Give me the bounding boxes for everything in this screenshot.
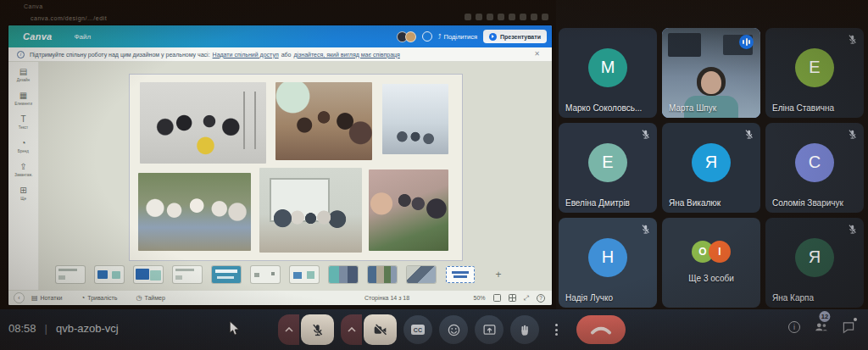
participant-tile[interactable]: ММарко Соколовсь... <box>559 28 657 118</box>
meeting-details-button[interactable]: i <box>787 319 802 335</box>
sidebar-item-brand[interactable]: ◔Бренд <box>8 135 38 157</box>
notes-button[interactable]: ▤Нотатки <box>31 294 62 302</box>
grid-view-icon[interactable] <box>509 294 516 302</box>
banner-text: Підтримуйте спільну роботу над цим дизай… <box>30 52 210 58</box>
participant-tile[interactable]: ЕЕліна Ставична <box>765 28 864 118</box>
participant-name: Соломія Зваричук <box>772 198 859 208</box>
photo-classroom-selfie[interactable] <box>275 82 372 160</box>
more-options-button[interactable] <box>546 315 566 344</box>
help-button[interactable]: ? <box>537 294 545 303</box>
sidebar-item-label: Дизайн <box>17 77 30 81</box>
participants-count-badge: 12 <box>819 311 830 322</box>
mic-muted-icon <box>847 34 858 45</box>
avatar: І <box>709 241 731 263</box>
mic-options-chevron[interactable] <box>278 314 299 345</box>
avatar: С <box>795 143 834 182</box>
canva-app-window: Canva Файл ⤴ Поділитися Презентувати <box>8 25 552 305</box>
present-screen-icon <box>482 323 497 337</box>
slide-thumbnail-3[interactable] <box>134 266 163 283</box>
slide-thumbnail-9[interactable] <box>368 266 397 283</box>
participant-name: Яна Карпа <box>772 293 859 303</box>
present-button[interactable]: Презентувати <box>483 30 547 43</box>
mouse-cursor <box>229 320 240 336</box>
canva-sidebar: ▤Дизайн▦ЕлементиTТекст◔Бренд⇪Завантаж.⊞Щ… <box>8 62 39 305</box>
avatar: Н <box>588 238 627 277</box>
add-page-button[interactable]: + <box>492 268 505 281</box>
sidebar-item-more[interactable]: ⊞Ще <box>8 182 38 204</box>
participant-tile[interactable]: ЯЯна Карпа <box>765 218 864 308</box>
sidebar-item-label: Елементи <box>14 101 32 105</box>
zoom-level[interactable]: 50% <box>474 295 486 301</box>
canva-canvas: + <box>39 62 552 290</box>
banner-close-icon[interactable]: ✕ <box>534 50 540 58</box>
pages-view-icon[interactable] <box>493 294 501 302</box>
canva-pro-icon[interactable] <box>422 31 432 42</box>
slide-thumbnail-2[interactable] <box>95 266 124 283</box>
chat-button[interactable] <box>841 319 856 335</box>
mic-muted-icon <box>847 129 858 140</box>
slide-thumbnail-1[interactable] <box>56 266 85 283</box>
photo-bright-hall[interactable] <box>382 84 448 154</box>
slide-thumbnail-10[interactable] <box>407 266 436 283</box>
more-options-icon <box>555 324 558 336</box>
end-call-button[interactable] <box>576 315 626 344</box>
share-button[interactable]: ⤴ Поділитися <box>438 33 477 41</box>
mic-muted-icon <box>847 224 858 235</box>
uploads-icon: ⇪ <box>19 163 26 171</box>
participant-tile[interactable]: ССоломія Зваричук <box>765 123 864 213</box>
participant-tile[interactable]: ОІЩе 3 особи <box>662 218 760 308</box>
hand-icon <box>519 324 531 336</box>
sidebar-item-label: Бренд <box>18 148 29 153</box>
camera-options-chevron[interactable] <box>341 314 362 345</box>
participant-tile[interactable]: ЕЕвеліна Дмитрів <box>559 123 657 213</box>
raise-hand-button[interactable] <box>510 315 539 344</box>
slide-thumbnail-6[interactable] <box>251 266 280 283</box>
photo-outdoor-group[interactable] <box>138 173 251 251</box>
fullscreen-icon[interactable]: ⤢ <box>524 294 529 303</box>
captions-button[interactable]: CC <box>403 315 432 344</box>
file-menu[interactable]: Файл <box>75 33 92 41</box>
duration-button[interactable]: ◔Тривалість <box>81 294 117 302</box>
timer-button[interactable]: ◷Таймер <box>136 294 164 302</box>
collaboration-banner: i Підтримуйте спільну роботу над цим диз… <box>8 47 552 62</box>
slide-thumbnail-11[interactable] <box>446 266 475 283</box>
mic-off-icon <box>310 323 325 337</box>
upload-icon: ⤴ <box>438 33 442 41</box>
reactions-button[interactable] <box>439 315 468 344</box>
share-button-label: Поділитися <box>444 33 477 41</box>
participant-tile[interactable]: ЯЯна Викалюк <box>662 123 760 213</box>
slide-thumbnail-8[interactable] <box>329 266 358 283</box>
participants-button[interactable]: 12 <box>814 319 829 335</box>
slide-thumbnail-5[interactable] <box>212 266 241 283</box>
banner-link-learn[interactable]: дізнайтеся, який вигляд має співпраця <box>293 52 399 58</box>
sidebar-item-text[interactable]: TТекст <box>8 111 38 133</box>
slide-page[interactable] <box>129 74 463 261</box>
screenshare-tile[interactable]: Canva canva.com/design/…/edit Canva Файл… <box>0 0 556 309</box>
sidebar-item-label: Ще <box>20 196 26 200</box>
canva-header: Canva Файл ⤴ Поділитися Презентувати <box>8 25 552 47</box>
slide-thumbnail-7[interactable] <box>290 266 319 283</box>
elements-icon: ▦ <box>19 92 27 100</box>
mic-mute-button[interactable] <box>301 314 334 345</box>
sidebar-item-uploads[interactable]: ⇪Завантаж. <box>8 158 38 181</box>
photo-whiteboard-group[interactable] <box>259 168 363 253</box>
present-button-label: Презентувати <box>500 34 541 40</box>
mic-muted-icon <box>640 224 651 235</box>
slide-filmstrip: + <box>56 262 545 287</box>
notes-icon: ▤ <box>31 294 38 302</box>
user-avatar[interactable] <box>405 31 416 42</box>
participant-tile[interactable]: ННадія Лучко <box>559 218 657 308</box>
banner-link-share[interactable]: Надати спільний доступ <box>213 52 279 58</box>
photo-group-library[interactable] <box>140 82 266 164</box>
smiley-icon <box>447 323 461 337</box>
camera-off-icon <box>373 323 387 337</box>
photo-classroom-group[interactable] <box>369 169 448 251</box>
present-screen-button[interactable] <box>475 315 504 344</box>
sidebar-item-label: Текст <box>19 125 28 129</box>
sidebar-item-elements[interactable]: ▦Елементи <box>8 87 38 109</box>
camera-off-button[interactable] <box>364 314 397 345</box>
participant-tile[interactable]: Марта Шпук <box>662 28 760 118</box>
sidebar-item-design[interactable]: ▤Дизайн <box>8 64 38 86</box>
collapse-panel-button[interactable]: ‹ <box>14 292 25 303</box>
slide-thumbnail-4[interactable] <box>173 266 202 283</box>
